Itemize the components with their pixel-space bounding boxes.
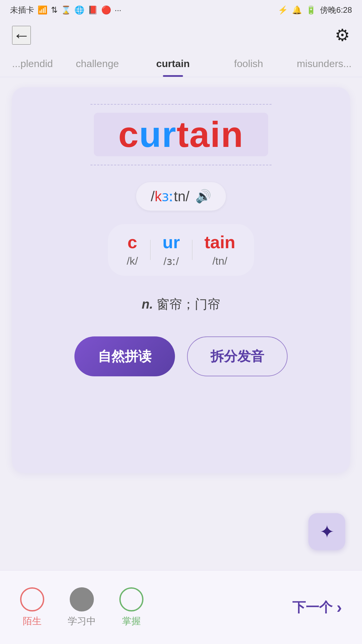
definition-text: n. 窗帘；门帘	[142, 297, 220, 311]
ai-fab-button[interactable]: ✦	[308, 513, 345, 550]
status-unfamiliar[interactable]: 陌生	[20, 587, 44, 628]
unfamiliar-circle	[20, 587, 44, 611]
globe-icon: 🌐	[74, 5, 84, 15]
learning-circle	[70, 587, 94, 611]
syllable-c-phonetic: /k/	[127, 255, 138, 267]
syllable-ur-letter: ur	[163, 232, 180, 252]
part-of-speech: n.	[142, 297, 153, 311]
wifi-icon: 📶	[38, 5, 48, 15]
tab-misunderstand-partial[interactable]: misunders...	[286, 50, 362, 77]
learning-circle-inner	[76, 593, 88, 605]
split-pronunciation-button[interactable]: 拆分发音	[187, 336, 288, 376]
bluetooth-icon: ⚡	[278, 5, 288, 15]
carrier-text: 未插卡	[10, 5, 34, 15]
phonetic-vowel: ɜː	[162, 189, 174, 204]
buttons-row: 自然拼读 拆分发音	[29, 336, 333, 376]
battery-icon: 🔋	[306, 5, 316, 15]
app-icon: 🔴	[101, 5, 111, 15]
next-label: 下一个	[292, 598, 333, 616]
word-box: curtain	[29, 104, 333, 165]
word-part-ur: ur	[139, 115, 177, 155]
phonetic-text: /kɜːtn/	[151, 188, 189, 205]
sparkle-icon: ✦	[319, 521, 335, 542]
learning-label: 学习中	[68, 615, 96, 628]
status-bar: 未插卡 📶 ⇅ ⌛ 🌐 📕 🔴 ··· ⚡ 🔔 🔋 傍晚6:28	[0, 0, 362, 20]
phonetic-k: k	[155, 189, 162, 204]
unfamiliar-label: 陌生	[23, 615, 42, 628]
bottom-bar: 陌生 学习中 掌握 下一个 ›	[0, 570, 362, 644]
mastered-label: 掌握	[122, 615, 141, 628]
syllables-row: c /k/ ur /ɜː/ tain /tn/	[29, 224, 333, 276]
tab-curtain[interactable]: curtain	[135, 50, 211, 77]
syllable-c-letter: c	[127, 232, 137, 252]
word-part-tain: tain	[177, 115, 244, 155]
bell-icon: 🔔	[292, 5, 302, 15]
syllable-c: c /k/	[115, 232, 150, 267]
definition-area: n. 窗帘；门帘	[29, 296, 333, 313]
settings-icon[interactable]: ⚙	[335, 25, 350, 45]
time-display: 傍晚6:28	[320, 5, 352, 15]
main-card: curtain /kɜːtn/ 🔊 c /k/ ur /ɜː/	[12, 87, 350, 473]
book-icon: 📕	[88, 5, 98, 15]
definition-cn-text: 窗帘；门帘	[157, 297, 220, 311]
next-arrow-icon: ›	[337, 598, 342, 616]
status-learning[interactable]: 学习中	[68, 587, 96, 628]
phonetic-pill[interactable]: /kɜːtn/ 🔊	[136, 182, 226, 211]
word-display: curtain	[118, 115, 244, 155]
next-button[interactable]: 下一个 ›	[292, 598, 342, 616]
word-part-c: c	[118, 115, 139, 155]
more-icon: ···	[115, 5, 121, 15]
phonetic-end: tn	[174, 189, 185, 204]
syllable-ur: ur /ɜː/	[150, 232, 192, 268]
dashed-line-box: curtain	[90, 104, 272, 165]
timer-icon: ⌛	[61, 5, 71, 15]
natural-reading-button[interactable]: 自然拼读	[74, 336, 175, 376]
back-button[interactable]: ←	[12, 26, 31, 45]
top-bar: ← ⚙	[0, 20, 362, 50]
syllable-ur-phonetic: /ɜː/	[164, 255, 179, 268]
tab-challenge[interactable]: challenge	[60, 50, 135, 77]
status-left: 未插卡 📶 ⇅ ⌛ 🌐 📕 🔴 ···	[10, 5, 121, 15]
status-mastered[interactable]: 掌握	[119, 587, 143, 628]
tab-splendid-partial[interactable]: ...plendid	[0, 58, 60, 69]
syllable-tain-letter: tain	[204, 232, 235, 252]
tab-foolish[interactable]: foolish	[211, 50, 287, 77]
mastered-circle	[119, 587, 143, 611]
mastery-icons: 陌生 学习中 掌握	[20, 587, 143, 628]
syllable-tain-phonetic: /tn/	[213, 255, 227, 267]
signal-icon: ⇅	[51, 5, 58, 15]
syllable-tain: tain /tn/	[192, 232, 247, 267]
speaker-icon[interactable]: 🔊	[195, 189, 211, 204]
status-right: ⚡ 🔔 🔋 傍晚6:28	[278, 5, 352, 15]
tabs-container: ...plendid challenge curtain foolish mis…	[0, 50, 362, 77]
